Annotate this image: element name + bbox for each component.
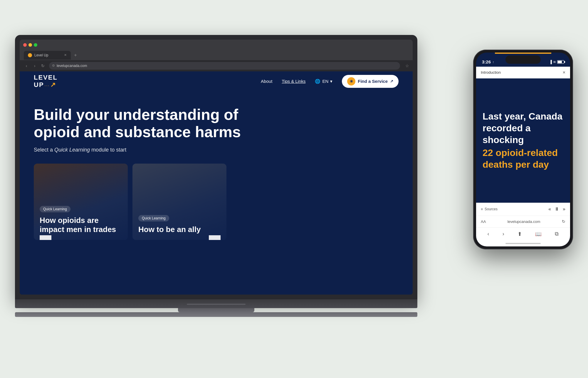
phone-bookmarks-button[interactable]: 📖	[535, 231, 542, 237]
phone-status-icons: ▐ ≋	[549, 60, 564, 64]
traffic-lights	[23, 43, 37, 47]
sources-label: ≡ Sources	[481, 207, 498, 211]
phone-home-indicator	[476, 241, 570, 246]
phone-close-button[interactable]: ×	[563, 70, 565, 75]
phone-share-button[interactable]: ⬆	[518, 231, 522, 237]
find-service-button[interactable]: ☀ Find a Service ↗	[342, 75, 399, 88]
browser-chrome: Level Up ✕ + ‹ › ↻ ⚙ levelupca	[20, 40, 413, 71]
nav-tips-links[interactable]: Tips & Links	[282, 79, 305, 84]
laptop-foot	[15, 312, 417, 317]
reload-button[interactable]: ↻	[40, 63, 46, 69]
signal-icon: ▐	[549, 60, 552, 64]
back-button[interactable]: ‹	[23, 63, 30, 69]
lang-label: EN	[322, 79, 328, 84]
hero-subtitle: Select a Quick Learning module to start	[34, 147, 399, 153]
card-1[interactable]: Quick Learning How opioids are impact me…	[34, 164, 128, 240]
laptop-body: Level Up ✕ + ‹ › ↻ ⚙ levelupca	[15, 35, 417, 299]
forward-button[interactable]: ›	[31, 63, 38, 69]
address-security-icon: ⚙	[52, 64, 55, 68]
browser-toolbar: ‹ › ↻ ⚙ levelupcanada.com ☆	[20, 60, 413, 71]
logo-arrow-row: UP ... ↗	[34, 81, 58, 88]
phone-url-text[interactable]: levelupcanada.com	[488, 219, 560, 224]
laptop-base-notch	[187, 304, 246, 305]
wifi-icon: ≋	[553, 60, 556, 64]
nav-about[interactable]: About	[261, 79, 272, 84]
traffic-light-green[interactable]	[34, 43, 37, 47]
hero-title: Build your understanding of opioid and s…	[34, 106, 245, 141]
scene: Level Up ✕ + ‹ › ↻ ⚙ levelupca	[15, 20, 573, 358]
card-1-title: How opioids are impact men in trades	[40, 216, 122, 234]
hero-subtitle-prefix: Select a	[34, 147, 54, 153]
location-icon: ↑	[493, 60, 494, 64]
phone-content: Last year, Canada recorded a shocking 22…	[476, 78, 570, 203]
logo-dots: ...	[45, 83, 50, 87]
lang-icon: 🌐	[315, 79, 320, 84]
phone-modal-header: Introduction ×	[476, 67, 570, 78]
phone-nav-bar: ‹ › ⬆ 📖 ⧉	[476, 228, 570, 241]
phone-url-bar: AA levelupcanada.com ↻	[476, 216, 570, 228]
browser-nav-buttons: ‹ › ↻	[23, 63, 46, 69]
tab-title: Level Up	[34, 53, 62, 57]
tab-bar: Level Up ✕ +	[20, 50, 413, 60]
lang-chevron: ▾	[330, 79, 332, 84]
url-refresh-button[interactable]: ↻	[562, 219, 565, 224]
phone-screen: 3:26 ↑ ▐ ≋ Introduction ×	[476, 53, 570, 246]
laptop-screen-bezel: Level Up ✕ + ‹ › ↻ ⚙ levelupca	[20, 40, 413, 295]
phone-time-text: 3:26	[482, 59, 491, 64]
website-content: LEVEL UP ... ↗ About Tips & Links 🌐	[20, 71, 413, 295]
bookmark-button[interactable]: ☆	[405, 63, 409, 68]
browser-tab-active[interactable]: Level Up ✕	[24, 51, 71, 60]
address-text: levelupcanada.com	[57, 64, 87, 68]
card-2-title: How to be an ally	[138, 225, 221, 234]
sun-icon: ☀	[347, 77, 355, 85]
phone-back-button[interactable]: ‹	[488, 231, 489, 237]
tab-close-button[interactable]: ✕	[64, 53, 67, 57]
site-nav: LEVEL UP ... ↗ About Tips & Links 🌐	[20, 71, 413, 91]
browser-titlebar	[20, 40, 413, 50]
new-tab-button[interactable]: +	[72, 52, 79, 59]
logo-arrow-symbol: ↗	[50, 81, 56, 88]
sources-text: Sources	[485, 207, 498, 211]
card-2-indicator	[209, 235, 221, 240]
tab-favicon	[28, 53, 32, 57]
sources-icon: ≡	[481, 207, 483, 211]
play-prev-button[interactable]: «	[548, 206, 551, 212]
battery-icon	[557, 60, 564, 64]
url-aa-button[interactable]: AA	[481, 219, 486, 224]
battery-tip	[564, 61, 565, 63]
play-pause-button[interactable]: ⏸	[555, 206, 559, 212]
phone-forward-button[interactable]: ›	[503, 231, 504, 237]
hero-subtitle-suffix: module to start	[90, 147, 126, 153]
card-1-content: Quick Learning How opioids are impact me…	[34, 201, 128, 240]
hero-subtitle-italic: Quick Learning	[54, 147, 90, 153]
laptop: Level Up ✕ + ‹ › ↻ ⚙ levelupca	[15, 35, 417, 343]
address-bar[interactable]: ⚙ levelupcanada.com	[49, 62, 400, 70]
phone-stat-text: Last year, Canada recorded a shocking	[483, 110, 564, 146]
phone-notch	[505, 56, 541, 64]
phone: 3:26 ↑ ▐ ≋ Introduction ×	[473, 50, 573, 249]
phone-bottom-bar: ≡ Sources « ⏸ » AA levelupcanada.com ↻	[476, 203, 570, 246]
traffic-light-yellow[interactable]	[28, 43, 32, 47]
hero-section: Build your understanding of opioid and s…	[20, 91, 413, 295]
play-next-button[interactable]: »	[563, 206, 565, 212]
card-2[interactable]: Quick Learning How to be an ally	[132, 164, 226, 240]
site-logo: LEVEL UP ... ↗	[34, 74, 58, 88]
phone-sources-bar: ≡ Sources « ⏸ »	[476, 203, 570, 216]
laptop-surface	[178, 308, 254, 312]
laptop-base	[15, 299, 417, 308]
traffic-light-red[interactable]	[23, 43, 27, 47]
battery-fill	[558, 61, 562, 63]
phone-stat-highlight: 22 opioid-related deaths per day	[483, 147, 564, 170]
home-indicator-bar	[505, 243, 541, 244]
phone-playback-controls: « ⏸ »	[548, 206, 565, 212]
card-1-badge: Quick Learning	[40, 206, 70, 212]
find-service-arrow-icon: ↗	[390, 79, 393, 83]
card-1-indicator	[40, 235, 51, 240]
phone-tabs-button[interactable]: ⧉	[555, 231, 559, 237]
cards-row: Quick Learning How opioids are impact me…	[34, 164, 399, 240]
phone-time: 3:26 ↑	[482, 59, 494, 64]
find-service-label: Find a Service	[358, 79, 388, 84]
card-2-badge: Quick Learning	[138, 215, 169, 221]
language-selector[interactable]: 🌐 EN ▾	[315, 79, 332, 84]
logo-text-line2: UP	[34, 81, 44, 88]
